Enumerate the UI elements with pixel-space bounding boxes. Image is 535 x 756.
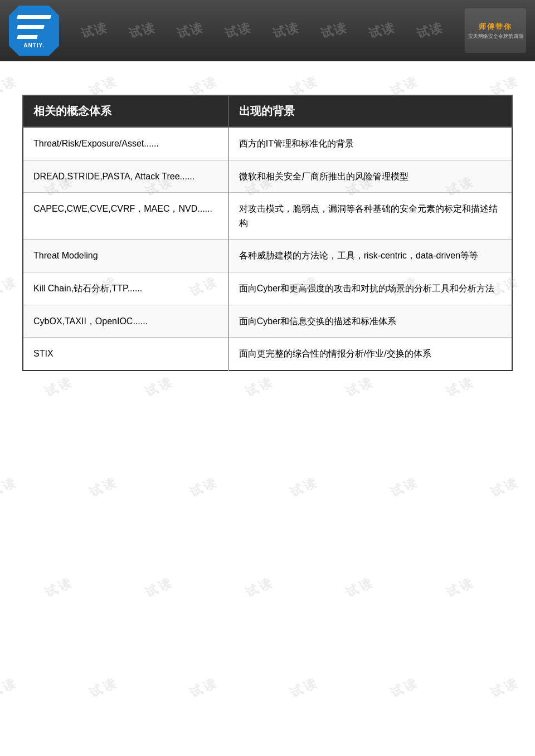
logo-stripes	[17, 13, 51, 41]
logo-text: ANTIY.	[23, 42, 45, 48]
row1-col1: Threat/Risk/Exposure/Asset......	[23, 127, 228, 160]
row4-col1: Threat Modeling	[23, 240, 228, 272]
header-wm-6: 试读	[319, 19, 349, 42]
header-brand-top: 师傅带你	[479, 22, 512, 32]
row2-col2: 微软和相关安全厂商所推出的风险管理模型	[228, 160, 512, 193]
table-row: Threat Modeling 各种威胁建模的方法论，工具，risk-centr…	[23, 240, 512, 272]
header-wm-5: 试读	[271, 19, 301, 42]
row4-col2: 各种威胁建模的方法论，工具，risk-centric，data-driven等等	[228, 240, 512, 272]
row7-col1: STIX	[23, 338, 228, 370]
header-brand-bottom: 安天网络安全令牌第四期	[468, 33, 523, 40]
header-wm-1: 试读	[79, 19, 109, 42]
row2-col1: DREAD,STRIDE,PASTA, Attack Tree......	[23, 160, 228, 193]
row6-col2: 面向Cyber和信息交换的描述和标准体系	[228, 305, 512, 338]
header-wm-2: 试读	[127, 19, 157, 42]
table-row: CybOX,TAXII，OpenIOC...... 面向Cyber和信息交换的描…	[23, 305, 512, 338]
row5-col2: 面向Cyber和更高强度的攻击和对抗的场景的分析工具和分析方法	[228, 272, 512, 305]
col2-header: 出现的背景	[228, 95, 512, 127]
col1-header: 相关的概念体系	[23, 95, 228, 127]
row5-col1: Kill Chain,钻石分析,TTP......	[23, 272, 228, 305]
logo-stripe-1	[17, 15, 51, 19]
table-row: STIX 面向更完整的综合性的情报分析/作业/交换的体系	[23, 338, 512, 370]
header: ANTIY. 试读 试读 试读 试读 试读 试读 试读 试读 师傅带你 安天网络…	[0, 0, 535, 61]
table-row: DREAD,STRIDE,PASTA, Attack Tree...... 微软…	[23, 160, 512, 193]
row7-col2: 面向更完整的综合性的情报分析/作业/交换的体系	[228, 338, 512, 370]
header-wm-3: 试读	[175, 19, 205, 42]
logo-stripe-3	[17, 35, 38, 39]
row6-col1: CybOX,TAXII，OpenIOC......	[23, 305, 228, 338]
header-wm-8: 试读	[415, 19, 445, 42]
main-content: 相关的概念体系 出现的背景 Threat/Risk/Exposure/Asset…	[0, 61, 535, 756]
logo-stripe-2	[17, 25, 45, 29]
concept-table: 相关的概念体系 出现的背景 Threat/Risk/Exposure/Asset…	[22, 95, 513, 371]
table-row: Kill Chain,钻石分析,TTP...... 面向Cyber和更高强度的攻…	[23, 272, 512, 305]
header-wm-7: 试读	[367, 19, 397, 42]
row3-col1: CAPEC,CWE,CVE,CVRF，MAEC，NVD......	[23, 193, 228, 240]
row3-col2: 对攻击模式，脆弱点，漏洞等各种基础的安全元素的标定和描述结构	[228, 193, 512, 240]
row1-col2: 西方的IT管理和标准化的背景	[228, 127, 512, 160]
table-row: Threat/Risk/Exposure/Asset...... 西方的IT管理…	[23, 127, 512, 160]
header-wm-4: 试读	[223, 19, 253, 42]
logo: ANTIY.	[9, 6, 59, 56]
header-right-logo: 师傅带你 安天网络安全令牌第四期	[465, 8, 526, 53]
table-row: CAPEC,CWE,CVE,CVRF，MAEC，NVD...... 对攻击模式，…	[23, 193, 512, 240]
header-watermarks: 试读 试读 试读 试读 试读 试读 试读 试读	[59, 22, 465, 39]
